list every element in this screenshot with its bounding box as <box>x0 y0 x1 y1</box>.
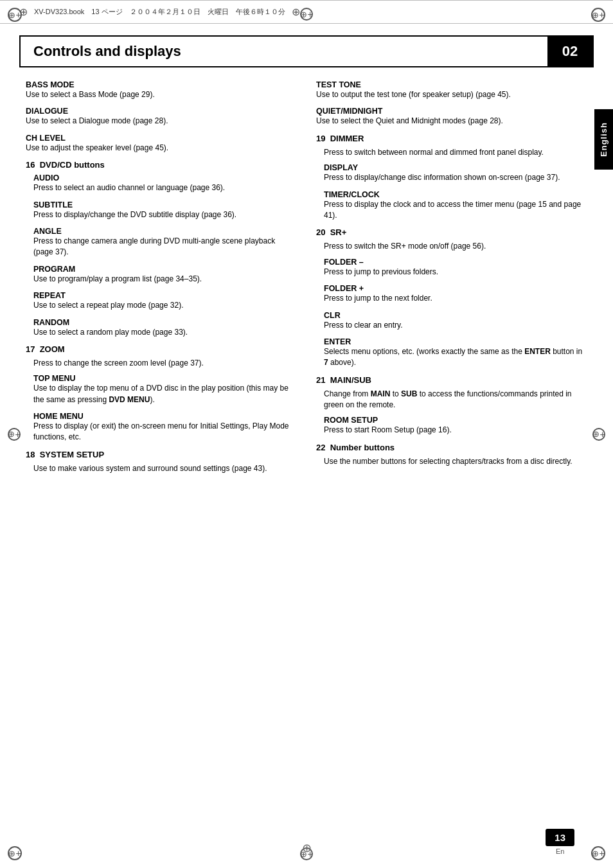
section-17: 17 ZOOM Press to change the screen zoom … <box>26 344 297 443</box>
entry-desc-enter: Selects menu options, etc. (works exactl… <box>324 346 587 369</box>
entry-title-enter: ENTER <box>324 337 587 346</box>
entry-clr: CLR Press to clear an entry. <box>324 311 587 331</box>
entry-quiet-midnight: QUIET/MIDNIGHT Use to select the Quiet a… <box>316 107 587 127</box>
section-18: 18 SYSTEM SETUP Use to make various syst… <box>26 450 297 474</box>
entry-audio: AUDIO Press to select an audio channel o… <box>33 173 297 193</box>
section-20-header: 20 SR+ <box>316 227 587 237</box>
section-16-header: 16 DVD/CD buttons <box>26 160 297 170</box>
section-21: 21 MAIN/SUB Change from MAIN to SUB to a… <box>316 375 587 436</box>
content-body: BASS MODE Use to select a Bass Mode (pag… <box>0 67 613 493</box>
chapter-title-area: Controls and displays <box>21 37 547 66</box>
reg-mark-tl: ⊕ <box>8 8 22 22</box>
entry-title-room-setup: ROOM SETUP <box>324 416 587 425</box>
entry-desc-subtitle: Press to display/change the DVD subtitle… <box>33 209 297 220</box>
entry-title-dialogue: DIALOGUE <box>26 107 297 116</box>
section-18-header: 18 SYSTEM SETUP <box>26 450 297 459</box>
entry-desc-angle: Press to change camera angle during DVD … <box>33 236 297 258</box>
bottom-cross-mark: ⊕ <box>302 841 312 855</box>
right-column: TEST TONE Use to output the test tone (f… <box>316 80 587 481</box>
entry-title-bass-mode: BASS MODE <box>26 80 297 89</box>
entry-desc-main-sub: Change from MAIN to SUB to access the fu… <box>324 389 587 411</box>
entry-dialogue: DIALOGUE Use to select a Dialogue mode (… <box>26 107 297 127</box>
entry-desc-repeat: Use to select a repeat play mode (page 3… <box>33 300 297 311</box>
entry-title-timer-clock: TIMER/CLOCK <box>324 190 587 199</box>
entry-desc-top-menu: Use to display the top menu of a DVD dis… <box>33 383 297 405</box>
section-22-header: 22 Number buttons <box>316 443 587 452</box>
entry-title-audio: AUDIO <box>33 173 297 182</box>
entry-home-menu: HOME MENU Press to display (or exit) the… <box>33 412 297 443</box>
entry-bass-mode: BASS MODE Use to select a Bass Mode (pag… <box>26 80 297 100</box>
entry-subtitle: SUBTITLE Press to display/change the DVD… <box>33 200 297 220</box>
page-number-box: 13 <box>546 829 574 846</box>
page-lang: En <box>556 847 564 855</box>
entry-desc-random: Use to select a random play mode (page 3… <box>33 327 297 338</box>
language-tab: English <box>594 109 613 170</box>
section-22: 22 Number buttons Use the number buttons… <box>316 443 587 467</box>
reg-mark-ml: ⊕ <box>8 428 21 441</box>
section-22-content: Use the number buttons for selecting cha… <box>324 456 587 467</box>
entry-room-setup: ROOM SETUP Press to start Room Setup (pa… <box>324 416 587 436</box>
entry-desc-home-menu: Press to display (or exit) the on-screen… <box>33 421 297 443</box>
page-number-area: 13 En <box>546 829 574 855</box>
reg-mark-tr: ⊕ <box>591 8 605 22</box>
entry-title-ch-level: CH LEVEL <box>26 134 297 143</box>
chapter-number: 02 <box>547 37 592 66</box>
entry-desc-display: Press to display/change disc information… <box>324 172 587 183</box>
entry-title-random: RANDOM <box>33 318 297 327</box>
entry-test-tone: TEST TONE Use to output the test tone (f… <box>316 80 587 100</box>
entry-angle: ANGLE Press to change camera angle durin… <box>33 227 297 258</box>
section-16-content: AUDIO Press to select an audio channel o… <box>33 173 297 338</box>
reg-mark-bl: ⊕ <box>8 846 22 860</box>
entry-title-repeat: REPEAT <box>33 291 297 300</box>
entry-desc-quiet-midnight: Use to select the Quiet and Midnight mod… <box>316 116 587 127</box>
entry-title-home-menu: HOME MENU <box>33 412 297 421</box>
entry-title-test-tone: TEST TONE <box>316 80 587 89</box>
entry-program: PROGRAM Use to program/play a program li… <box>33 265 297 285</box>
cross-icon-right: ⊕ <box>292 6 300 18</box>
entry-title-program: PROGRAM <box>33 265 297 274</box>
entry-desc-room-setup: Press to start Room Setup (page 16). <box>324 425 587 436</box>
section-17-content: Press to change the screen zoom level (p… <box>33 358 297 443</box>
entry-desc-sr-plus: Press to switch the SR+ mode on/off (pag… <box>324 241 587 252</box>
entry-desc-ch-level: Use to adjust the speaker level (page 45… <box>26 143 297 154</box>
entry-title-top-menu: TOP MENU <box>33 374 297 383</box>
entry-top-menu: TOP MENU Use to display the top menu of … <box>33 374 297 405</box>
entry-desc-clr: Press to clear an entry. <box>324 320 587 331</box>
entry-random: RANDOM Use to select a random play mode … <box>33 318 297 338</box>
entry-desc-timer-clock: Press to display the clock and to access… <box>324 199 587 222</box>
entry-repeat: REPEAT Use to select a repeat play mode … <box>33 291 297 311</box>
section-19-content: Press to switch between normal and dimme… <box>324 147 587 222</box>
page-wrapper: ⊕ ⊕ ⊕ ⊕ ⊕ ⊕ ⊕ ⊕ ⊕ XV-DV323.book 13 ページ ２… <box>0 0 613 868</box>
entry-desc-folder-plus: Press to jump to the next folder. <box>324 293 587 304</box>
reg-mark-br: ⊕ <box>591 846 605 860</box>
reg-mark-tm: ⊕ <box>300 8 313 21</box>
entry-enter: ENTER Selects menu options, etc. (works … <box>324 337 587 369</box>
entry-desc-number-buttons: Use the number buttons for selecting cha… <box>324 456 587 467</box>
entry-title-quiet-midnight: QUIET/MIDNIGHT <box>316 107 587 116</box>
entry-desc-folder-minus: Press to jump to previous folders. <box>324 267 587 278</box>
left-column: BASS MODE Use to select a Bass Mode (pag… <box>26 80 297 481</box>
section-21-content: Change from MAIN to SUB to access the fu… <box>324 389 587 436</box>
meta-text: XV-DV323.book 13 ページ ２００４年２月１０日 火曜日 午後６時… <box>34 7 285 17</box>
entry-folder-minus: FOLDER – Press to jump to previous folde… <box>324 258 587 278</box>
entry-display: DISPLAY Press to display/change disc inf… <box>324 163 587 183</box>
entry-desc-zoom: Press to change the screen zoom level (p… <box>33 358 297 369</box>
entry-title-display: DISPLAY <box>324 163 587 172</box>
section-19: 19 DIMMER Press to switch between normal… <box>316 134 587 222</box>
entry-timer-clock: TIMER/CLOCK Press to display the clock a… <box>324 190 587 222</box>
section-19-header: 19 DIMMER <box>316 134 587 143</box>
entry-desc-dimmer: Press to switch between normal and dimme… <box>324 147 587 158</box>
entry-title-angle: ANGLE <box>33 227 297 236</box>
entry-desc-dialogue: Use to select a Dialogue mode (page 28). <box>26 116 297 127</box>
entry-title-subtitle: SUBTITLE <box>33 200 297 209</box>
section-17-header: 17 ZOOM <box>26 344 297 354</box>
chapter-title: Controls and displays <box>33 43 181 60</box>
section-21-header: 21 MAIN/SUB <box>316 375 587 385</box>
entry-title-folder-plus: FOLDER + <box>324 284 587 293</box>
entry-title-folder-minus: FOLDER – <box>324 258 587 267</box>
entry-desc-system-setup: Use to make various system and surround … <box>33 463 297 474</box>
entry-title-clr: CLR <box>324 311 587 320</box>
section-16: 16 DVD/CD buttons AUDIO Press to select … <box>26 160 297 338</box>
entry-desc-test-tone: Use to output the test tone (for speaker… <box>316 89 587 100</box>
reg-mark-mr: ⊕ <box>592 428 605 441</box>
